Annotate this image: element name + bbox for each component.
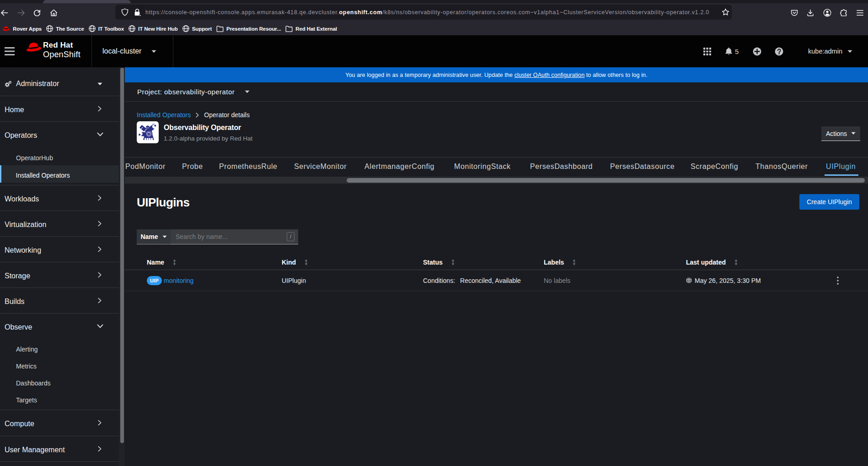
user-menu[interactable]: kube:admin <box>808 35 852 67</box>
sidebar-item-virtualization[interactable]: Virtualization <box>0 211 119 236</box>
nav-label: Dashboards <box>16 379 51 387</box>
horizontal-scrollbar[interactable] <box>125 177 868 184</box>
sidebar-item-home[interactable]: Home <box>0 96 119 121</box>
search-box: / <box>171 229 298 244</box>
tab-monitoringstack[interactable]: MonitoringStack <box>454 157 511 176</box>
nav-toggle-icon[interactable] <box>5 47 15 56</box>
tab-prometheusrule[interactable]: PrometheusRule <box>219 157 278 176</box>
reload-icon[interactable] <box>33 9 41 16</box>
sidebar-item-operators[interactable]: Operators <box>0 121 119 147</box>
chevron-down-icon <box>97 324 103 328</box>
sidebar-scrollbar[interactable] <box>119 67 125 466</box>
notifications-bell[interactable]: 5 <box>725 47 739 55</box>
operator-subtitle: 1.2.0-alpha provided by Red Hat <box>164 135 252 142</box>
sidebar-item-storage[interactable]: Storage <box>0 262 119 287</box>
tab-persesdatasource[interactable]: PersesDatasource <box>610 157 675 176</box>
account-icon[interactable] <box>823 9 831 17</box>
bookmark-red-hat-external[interactable]: Red Hat External <box>285 26 337 32</box>
actions-button[interactable]: Actions <box>821 126 860 141</box>
cell-labels: No labels <box>544 277 686 284</box>
bookmark-rover-apps[interactable]: Rover Apps <box>2 26 42 32</box>
brand-openshift: OpenShift <box>43 50 80 59</box>
url-bar[interactable]: https://console-openshift-console.apps.e… <box>115 5 732 20</box>
pocket-icon[interactable] <box>791 9 798 16</box>
filter-name-dropdown[interactable]: Name <box>137 229 171 244</box>
sidebar-item-compute[interactable]: Compute <box>0 410 119 436</box>
nav-label: User Management <box>5 446 65 454</box>
breadcrumb-chevron-icon <box>196 113 199 118</box>
perspective-gears-icon <box>5 81 12 87</box>
horizontal-scrollbar-thumb[interactable] <box>347 178 865 183</box>
download-icon[interactable] <box>807 9 814 16</box>
column-header-status[interactable]: Status <box>423 259 544 266</box>
url-text[interactable]: https://console-openshift-console.apps.e… <box>145 9 719 16</box>
sidebar-scrollbar-thumb[interactable] <box>120 68 124 443</box>
sidebar-item-metrics[interactable]: Metrics <box>0 357 119 374</box>
resource-link[interactable]: monitoring <box>164 277 193 284</box>
status-value: Reconciled, Available <box>460 277 521 284</box>
project-selector[interactable]: Project: observability-operator <box>125 82 868 102</box>
sidebar-item-builds[interactable]: Builds <box>0 287 119 313</box>
tab-podmonitor[interactable]: PodMonitor <box>125 157 166 176</box>
sidebar-item-workloads[interactable]: Workloads <box>0 185 119 211</box>
extensions-icon[interactable] <box>840 9 847 16</box>
nav-label: Networking <box>5 246 41 255</box>
bookmark-the-source[interactable]: The Source <box>46 25 84 32</box>
caret-down-icon <box>245 90 250 93</box>
column-header-kind[interactable]: Kind <box>282 259 423 266</box>
sidebar-item-dashboards[interactable]: Dashboards <box>0 374 119 390</box>
column-header-labels[interactable]: Labels <box>544 259 686 266</box>
oauth-config-link[interactable]: cluster OAuth configuration <box>514 72 584 78</box>
bookmark-star-icon[interactable] <box>722 8 729 16</box>
tab-probe[interactable]: Probe <box>182 157 203 176</box>
globe-icon <box>686 277 692 283</box>
folder-icon <box>216 26 224 32</box>
masthead-separator <box>173 35 173 67</box>
globe-icon <box>89 25 96 32</box>
cluster-selector[interactable]: local-cluster <box>102 35 156 67</box>
redhat-icon <box>2 26 10 32</box>
column-header-last-updated[interactable]: Last updated <box>686 259 837 266</box>
create-uiplugin-button[interactable]: Create UIPlugin <box>799 194 859 210</box>
sidebar-item-user-management[interactable]: User Management <box>0 436 119 462</box>
search-input[interactable] <box>176 233 287 240</box>
cluster-selector-label: local-cluster <box>102 47 141 55</box>
tab-persesdashboard[interactable]: PersesDashboard <box>530 157 593 176</box>
sidebar-item-operatorhub[interactable]: OperatorHub <box>0 148 119 165</box>
lock-warning-icon[interactable] <box>134 8 141 16</box>
browser-tab[interactable] <box>43 0 131 3</box>
back-icon[interactable] <box>0 9 8 16</box>
row-kebab-menu[interactable] <box>837 276 868 285</box>
cell-status: Conditions: Reconciled, Available <box>423 277 544 284</box>
app-launcher-icon[interactable] <box>703 48 711 55</box>
sidebar-item-installed-operators[interactable]: Installed Operators <box>0 165 119 183</box>
sidebar-item-targets[interactable]: Targets <box>0 390 119 407</box>
sidebar-item-networking[interactable]: Networking <box>0 236 119 262</box>
bookmark-presentation-resources[interactable]: Presentation Resour... <box>216 26 281 32</box>
bookmark-it-new-hire-hub[interactable]: IT New Hire Hub <box>129 25 178 32</box>
tab-scrapeconfig[interactable]: ScrapeConfig <box>691 157 738 176</box>
shield-icon[interactable] <box>121 8 129 16</box>
add-icon[interactable] <box>753 47 761 56</box>
nav-label: OperatorHub <box>16 154 53 162</box>
nav-label: Virtualization <box>5 221 46 229</box>
bookmark-it-toolbox[interactable]: IT Toolbox <box>89 25 124 32</box>
forward-icon[interactable] <box>17 9 25 16</box>
perspective-switcher[interactable]: Administrator <box>0 73 119 94</box>
nav-divider <box>0 461 119 462</box>
sidebar-item-observe[interactable]: Observe <box>0 313 119 339</box>
home-icon[interactable] <box>50 9 58 16</box>
sidebar-item-alerting[interactable]: Alerting <box>0 340 119 357</box>
tab-uiplugin[interactable]: UIPlugin <box>826 157 856 176</box>
column-header-name[interactable]: Name <box>147 259 282 266</box>
breadcrumb-installed-operators[interactable]: Installed Operators <box>137 111 191 119</box>
tab-alertmanagerconfig[interactable]: AlertmanagerConfig <box>364 157 434 176</box>
tab-thanosquerier[interactable]: ThanosQuerier <box>755 157 808 176</box>
menu-icon[interactable] <box>857 10 863 16</box>
help-icon[interactable] <box>775 47 783 56</box>
bookmark-support[interactable]: Support <box>182 25 212 32</box>
tab-servicemonitor[interactable]: ServiceMonitor <box>294 157 347 176</box>
nav-label: Workloads <box>5 195 39 203</box>
perspective-label: Administrator <box>16 80 59 88</box>
masthead-separator <box>91 35 92 67</box>
